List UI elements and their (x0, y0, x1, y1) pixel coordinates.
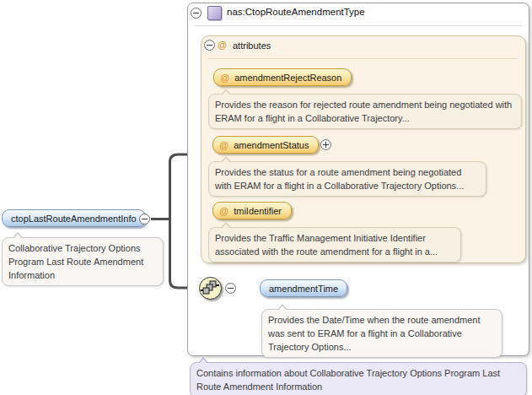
attribute-name: tmiIdentifier (234, 206, 282, 216)
attributes-divider (208, 58, 517, 59)
element-pill-amendmentTime[interactable]: amendmentTime (260, 279, 347, 297)
at-icon: @ (220, 73, 229, 83)
attributes-collapse-icon[interactable] (204, 40, 215, 51)
at-icon: @ (219, 206, 228, 216)
sequence-glyph (200, 278, 220, 298)
element-label: amendmentTime (269, 284, 338, 294)
attribute-pill-amendmentRejectReason[interactable]: @ amendmentRejectReason (213, 68, 352, 86)
at-icon: @ (219, 140, 228, 150)
element-annotation: Collaborative Trajectory Options Program… (2, 237, 164, 286)
complextype-collapse-icon[interactable] (191, 8, 202, 19)
complextype-annotation: Contains information about Collaborative… (190, 362, 527, 395)
element-annotation-text: Collaborative Trajectory Options Program… (8, 243, 143, 280)
attribute-annotation-tmiIdentifier: Provides the Traffic Management Initiati… (208, 227, 461, 262)
schema-diagram: { "element": { "label": "ctopLastRouteAm… (0, 0, 532, 395)
element-annotation-amendmentTime: Provides the Date/Time when the route am… (261, 309, 502, 358)
attribute-pill-amendmentStatus[interactable]: @ amendmentStatus (212, 136, 319, 154)
attribute-pill-tmiIdentifier[interactable]: @ tmiIdentifier (212, 202, 292, 219)
attribute-expand-icon[interactable] (320, 139, 331, 150)
sequence-icon[interactable] (199, 277, 222, 300)
sequence-collapse-icon[interactable] (225, 283, 236, 294)
attributes-label: attributes (233, 41, 271, 51)
attribute-name: amendmentRejectReason (234, 73, 341, 83)
annotation-text: Provides the Date/Time when the route am… (268, 315, 481, 352)
attribute-name: amendmentStatus (234, 140, 309, 150)
annotation-text: Provides the status for a route amendmen… (215, 167, 464, 191)
element-collapse-icon[interactable] (139, 214, 150, 225)
attribute-annotation-amendmentRejectReason: Provides the reason for rejected route a… (208, 94, 522, 129)
at-icon: @ (218, 40, 227, 50)
annotation-text: Provides the Traffic Management Initiati… (215, 233, 438, 257)
element-label: ctopLastRouteAmendmentInfo (11, 214, 137, 224)
attribute-annotation-amendmentStatus: Provides the status for a route amendmen… (208, 161, 486, 197)
attributes-section: @ attributes @ amendmentRejectReason Pro… (201, 35, 526, 263)
complex-type-icon (207, 6, 222, 20)
annotation-text: Contains information about Collaborative… (196, 368, 500, 392)
element-pill-ctopLastRouteAmendmentInfo[interactable]: ctopLastRouteAmendmentInfo (2, 209, 146, 227)
complextype-title: nas:CtopRouteAmendmentType (227, 7, 365, 17)
header-divider (194, 25, 523, 26)
annotation-text: Provides the reason for rejected route a… (215, 100, 512, 123)
